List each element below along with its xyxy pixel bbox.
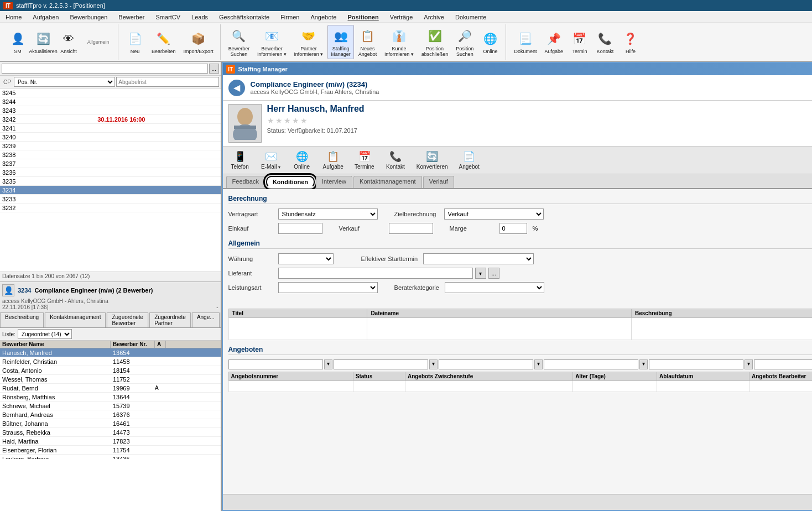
- pos-item-3245[interactable]: 3245: [0, 88, 221, 97]
- lieferant-input[interactable]: [278, 268, 473, 279]
- tab-beschreibung[interactable]: Beschreibung: [0, 312, 44, 327]
- search-button[interactable]: ...: [209, 64, 219, 74]
- star-4[interactable]: ★: [292, 116, 299, 125]
- action-online[interactable]: 🌐 Online: [288, 148, 316, 172]
- angeboten-field-1[interactable]: [228, 359, 323, 369]
- toolbar-btn-bewerber-informieren[interactable]: 📧 Bewerberinformieren ▾: [254, 25, 290, 59]
- tab-verlauf[interactable]: Verlauf: [423, 176, 454, 188]
- effektiver-starttermin-select[interactable]: [423, 253, 534, 264]
- star-3[interactable]: ★: [284, 116, 291, 125]
- tab-interview[interactable]: Interview: [316, 176, 352, 188]
- pos-item-3238[interactable]: 3238: [0, 150, 221, 159]
- toolbar-btn-position-abschliessen[interactable]: ✅ Positionabschließen: [418, 25, 452, 59]
- bl-item-rudat[interactable]: Rudat, Bernd 19969 A: [0, 384, 221, 393]
- pos-item-3235[interactable]: 3235: [0, 177, 221, 186]
- bl-item-bultner[interactable]: Bültner, Johanna 16461: [0, 419, 221, 428]
- angeboten-btn-1[interactable]: ▾: [324, 359, 332, 369]
- tab-konditionen[interactable]: Konditionen: [266, 176, 315, 188]
- toolbar-btn-bearbeiten[interactable]: ✏️ Bearbeiten: [148, 28, 179, 56]
- pos-item-3233[interactable]: 3233: [0, 195, 221, 204]
- menu-bewerber[interactable]: Bewerber: [113, 13, 150, 22]
- angeboten-btn-4[interactable]: ▾: [639, 359, 648, 369]
- pos-nr-filter[interactable]: Pos. Nr.: [14, 77, 115, 87]
- star-1[interactable]: ★: [267, 116, 274, 125]
- sm-nav-prev-button[interactable]: ◀: [228, 80, 245, 96]
- lieferant-more-button[interactable]: ...: [488, 268, 499, 279]
- toolbar-btn-aufgabe[interactable]: 📌 Aufgabe: [541, 28, 566, 56]
- action-konvertieren[interactable]: 🔄 Konvertieren: [413, 148, 452, 172]
- toolbar-btn-sm[interactable]: 👤 SM: [6, 28, 30, 56]
- bl-item-ronsberg[interactable]: Rönsberg, Matthias 13644: [0, 393, 221, 401]
- angeboten-btn-3[interactable]: ▾: [534, 359, 543, 369]
- menu-angebote[interactable]: Angebote: [305, 13, 342, 22]
- toolbar-btn-bewerber-suchen[interactable]: 🔍 BewerberSuchen: [225, 25, 253, 59]
- menu-archive[interactable]: Archive: [418, 13, 450, 22]
- bl-item-leukers[interactable]: Leukers, Barbara 13435: [0, 455, 221, 459]
- star-2[interactable]: ★: [275, 116, 283, 125]
- bl-item-schrewe[interactable]: Schrewe, Michael 15739: [0, 401, 221, 410]
- vertragsart-select[interactable]: Stundensatz: [278, 208, 378, 220]
- pos-item-3242[interactable]: 3242 30.11.2016 16:00: [0, 115, 221, 124]
- pos-item-3240[interactable]: 3240: [0, 133, 221, 142]
- pos-item-3244[interactable]: 3244: [0, 97, 221, 106]
- angeboten-field-3[interactable]: [439, 359, 533, 369]
- menu-leads[interactable]: Leads: [186, 13, 214, 22]
- abgabefrist-filter[interactable]: [116, 77, 218, 87]
- tab-kontaktmanagement-sm[interactable]: Kontaktmanagement: [353, 176, 422, 188]
- action-email[interactable]: ✉️ E-Mail ▾: [257, 148, 285, 172]
- angeboten-btn-2[interactable]: ▾: [429, 359, 438, 369]
- toolbar-btn-hilfe[interactable]: ❓ Hilfe: [618, 28, 643, 56]
- bl-item-costa[interactable]: Costa, Antonio 18154: [0, 366, 221, 375]
- toolbar-btn-position-suchen[interactable]: 🔎 PositionSuchen: [452, 25, 477, 59]
- bl-item-bernhard[interactable]: Bernhard, Andreas 16376: [0, 410, 221, 419]
- einkauf-input[interactable]: [278, 223, 322, 234]
- angeboten-btn-5[interactable]: ▾: [745, 359, 753, 369]
- bl-item-haid[interactable]: Haid, Martina 17823: [0, 437, 221, 446]
- toolbar-btn-kontakt[interactable]: 📞 Kontakt: [593, 28, 617, 56]
- menu-geschaeftskontakte[interactable]: Geschäftskontakte: [214, 13, 275, 22]
- search-input[interactable]: [2, 64, 208, 74]
- toolbar-btn-staffing-manager[interactable]: 👥 StaffingManager: [327, 25, 354, 59]
- toolbar-btn-import-export[interactable]: 📦 Import/Export: [180, 28, 217, 56]
- bl-item-strauss[interactable]: Strauss, Rebekka 14473: [0, 428, 221, 437]
- menu-bewerbungen[interactable]: Bewerbungen: [64, 13, 113, 22]
- menu-aufgaben[interactable]: Aufgaben: [27, 13, 64, 22]
- menu-firmen[interactable]: Firmen: [275, 13, 305, 22]
- pos-item-3243[interactable]: 3243: [0, 106, 221, 115]
- toolbar-btn-dokument[interactable]: 📃 Dokument: [511, 28, 540, 56]
- toolbar-btn-partner-informieren[interactable]: 🤝 Partnerinformieren ▾: [291, 25, 327, 59]
- toolbar-btn-aktualisieren[interactable]: 🔄 Aktualisieren: [31, 28, 55, 56]
- bl-item-eisenberger[interactable]: Eisenberger, Florian 11754: [0, 446, 221, 455]
- beraterkategorie-select[interactable]: [445, 282, 544, 293]
- pos-item-3232[interactable]: 3232: [0, 204, 221, 212]
- action-aufgabe[interactable]: 📋 Aufgabe: [319, 148, 347, 172]
- menu-smartcv[interactable]: SmartCV: [150, 13, 186, 22]
- angeboten-field-2[interactable]: [334, 359, 428, 369]
- tab-feedback[interactable]: Feedback: [226, 176, 265, 188]
- toolbar-btn-neues-angebot[interactable]: 📋 NeuesAngebot: [355, 25, 381, 59]
- pos-item-3236[interactable]: 3236: [0, 168, 221, 177]
- action-kontakt[interactable]: 📞 Kontakt: [382, 148, 409, 172]
- marge-input[interactable]: [499, 223, 527, 234]
- menu-positionen[interactable]: Positionen: [342, 13, 384, 22]
- toolbar-btn-neu[interactable]: 📄 Neu: [123, 28, 147, 56]
- toolbar-btn-ansicht[interactable]: 👁 Ansicht: [56, 28, 81, 56]
- tab-zugeordnete-bewerber[interactable]: Zugeordnete Bewerber: [107, 312, 148, 327]
- pos-item-3234[interactable]: 3234: [0, 186, 221, 195]
- menu-dokumente[interactable]: Dokumente: [450, 13, 492, 22]
- angeboten-field-4[interactable]: [544, 359, 638, 369]
- toolbar-btn-kunde-informieren[interactable]: 👔 Kundeinformieren ▾: [381, 25, 417, 59]
- bl-item-wessel[interactable]: Wessel, Thomas 11752: [0, 375, 221, 384]
- toolbar-btn-online[interactable]: 🌐 Online: [478, 28, 502, 56]
- tab-zugeordnete-partner[interactable]: Zugeordnete Partner: [149, 312, 191, 327]
- verkauf-input[interactable]: [389, 223, 433, 234]
- tab-kontaktmanagement[interactable]: Kontaktmanagement: [45, 312, 106, 327]
- action-termine[interactable]: 📅 Termine: [351, 148, 378, 172]
- angeboten-field-6[interactable]: [754, 359, 812, 369]
- pos-item-3241[interactable]: 3241: [0, 124, 221, 133]
- action-angebot[interactable]: 📄 Angebot: [455, 148, 483, 172]
- leistungsart-select[interactable]: [278, 282, 378, 293]
- pos-item-3239[interactable]: 3239: [0, 142, 221, 150]
- star-5[interactable]: ★: [300, 116, 308, 125]
- menu-vertraege[interactable]: Verträge: [384, 13, 419, 22]
